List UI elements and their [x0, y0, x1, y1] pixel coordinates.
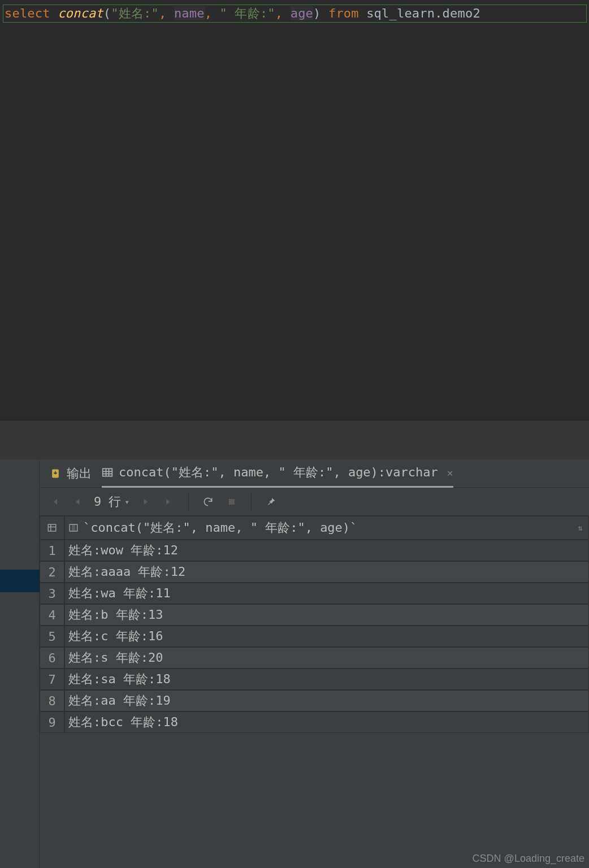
table-icon — [102, 467, 113, 478]
sql-editor[interactable]: select concat("姓名:", name, " 年龄:", age) … — [0, 0, 589, 420]
cell-value[interactable]: 姓名:wa 年龄:11 — [64, 583, 589, 604]
first-page-button[interactable] — [46, 494, 62, 510]
row-number: 3 — [40, 583, 64, 604]
cell-value[interactable]: 姓名:bcc 年龄:18 — [64, 711, 589, 733]
string-literal: "姓名:" — [111, 6, 159, 20]
output-icon — [50, 468, 61, 479]
results-panel: 输出 concat("姓名:", name, " 年龄:", age):varc… — [0, 459, 589, 868]
grid-body: 1姓名:wow 年龄:122姓名:aaaa 年龄:123姓名:wa 年龄:114… — [40, 540, 589, 733]
row-number: 1 — [40, 540, 64, 561]
row-number: 5 — [40, 626, 64, 647]
tab-output[interactable]: 输出 — [50, 459, 92, 488]
table-row[interactable]: 7姓名:sa 年龄:18 — [40, 669, 589, 690]
chevron-down-icon: ▾ — [125, 497, 129, 506]
last-page-button[interactable] — [161, 494, 177, 510]
panel-divider — [0, 420, 589, 459]
row-number: 8 — [40, 690, 64, 711]
toolbar-separator — [251, 493, 252, 510]
row-number: 6 — [40, 647, 64, 669]
table-row[interactable]: 4姓名:b 年龄:13 — [40, 604, 589, 626]
keyword-from: from — [328, 6, 359, 20]
column-name: name — [174, 6, 205, 20]
column-icon — [68, 523, 79, 533]
toolbar-separator — [188, 493, 189, 510]
row-number: 2 — [40, 561, 64, 583]
row-number: 4 — [40, 604, 64, 626]
svg-rect-1 — [103, 468, 112, 476]
results-side-gutter — [0, 459, 40, 868]
table-row[interactable]: 9姓名:bcc 年龄:18 — [40, 711, 589, 733]
cell-value[interactable]: 姓名:aaaa 年龄:12 — [64, 561, 589, 583]
column-header[interactable]: `concat("姓名:", name, " 年龄:", age)` ⇅ — [64, 516, 589, 540]
grid-header: `concat("姓名:", name, " 年龄:", age)` ⇅ — [40, 516, 589, 540]
svg-rect-6 — [229, 499, 235, 505]
table-row[interactable]: 2姓名:aaaa 年龄:12 — [40, 561, 589, 583]
column-age: age — [291, 6, 313, 20]
table-row[interactable]: 3姓名:wa 年龄:11 — [40, 583, 589, 604]
svg-rect-11 — [72, 524, 75, 531]
table-name: sql_learn.demo2 — [366, 6, 480, 20]
stop-button[interactable] — [224, 494, 240, 510]
cell-value[interactable]: 姓名:aa 年龄:19 — [64, 690, 589, 711]
sort-icon[interactable]: ⇅ — [578, 523, 583, 532]
results-toolbar: 9 行 ▾ — [40, 488, 589, 516]
function-concat: concat — [58, 6, 103, 20]
pin-button[interactable] — [263, 494, 279, 510]
keyword-select: select — [5, 6, 50, 20]
refresh-button[interactable] — [200, 494, 216, 510]
table-row[interactable]: 1姓名:wow 年龄:12 — [40, 540, 589, 561]
table-row[interactable]: 6姓名:s 年龄:20 — [40, 647, 589, 669]
row-number: 7 — [40, 669, 64, 690]
row-number: 9 — [40, 711, 64, 733]
cell-value[interactable]: 姓名:wow 年龄:12 — [64, 540, 589, 561]
results-grid: `concat("姓名:", name, " 年龄:", age)` ⇅ 1姓名… — [40, 516, 589, 868]
svg-rect-7 — [48, 524, 56, 531]
prev-page-button[interactable] — [70, 494, 86, 510]
tab-result-label: concat("姓名:", name, " 年龄:", age):varchar — [119, 464, 438, 481]
sql-statement[interactable]: select concat("姓名:", name, " 年龄:", age) … — [3, 5, 587, 23]
close-icon[interactable]: ✕ — [447, 467, 453, 479]
row-count-label: 9 行 — [94, 493, 122, 510]
cell-value[interactable]: 姓名:sa 年龄:18 — [64, 669, 589, 690]
cell-value[interactable]: 姓名:c 年龄:16 — [64, 626, 589, 647]
gutter-selection — [0, 570, 40, 592]
string-literal: " 年龄:" — [220, 6, 275, 20]
cell-value[interactable]: 姓名:b 年龄:13 — [64, 604, 589, 626]
grid-corner[interactable] — [40, 516, 64, 540]
column-header-label: `concat("姓名:", name, " 年龄:", age)` — [83, 519, 357, 536]
next-page-button[interactable] — [137, 494, 153, 510]
tab-output-label: 输出 — [67, 465, 92, 482]
row-count-dropdown[interactable]: 9 行 ▾ — [94, 493, 129, 510]
watermark: CSDN @Loading_create — [473, 853, 584, 865]
table-row[interactable]: 8姓名:aa 年龄:19 — [40, 690, 589, 711]
table-row[interactable]: 5姓名:c 年龄:16 — [40, 626, 589, 647]
tab-result[interactable]: concat("姓名:", name, " 年龄:", age):varchar… — [102, 459, 453, 488]
results-tabs: 输出 concat("姓名:", name, " 年龄:", age):varc… — [40, 459, 589, 488]
cell-value[interactable]: 姓名:s 年龄:20 — [64, 647, 589, 669]
